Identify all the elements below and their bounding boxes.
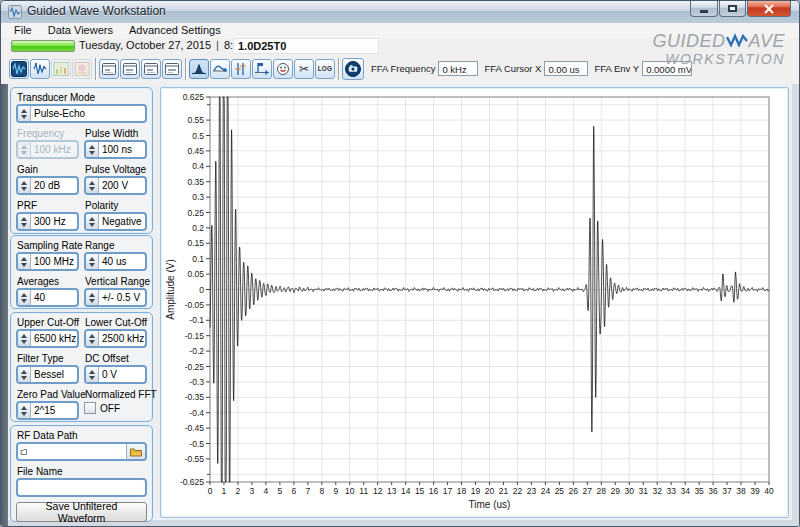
file-name-input[interactable] [16,478,147,497]
log-button[interactable]: LOG [315,59,335,79]
spinner[interactable] [86,290,99,305]
snapshot-button[interactable] [342,58,364,80]
spinner[interactable] [18,403,31,418]
menu-file[interactable]: File [6,23,40,38]
browse-folder-button[interactable] [126,444,145,459]
menu-advanced-settings[interactable]: Advanced Settings [121,23,229,38]
toolbar-separator [338,58,339,80]
frequency-control: 100 kHz [16,140,79,159]
dc-offset-control[interactable]: 0 V [84,365,147,384]
range-label: Range [85,240,147,251]
spinner[interactable] [18,106,31,121]
prf-label: PRF [17,200,79,211]
ffa-frequency-field[interactable]: 0 kHz [438,61,478,76]
application-window: Guided Wave Workstation File Data Viewer… [0,0,800,527]
svg-text:34: 34 [680,486,690,496]
spinner[interactable] [86,254,99,269]
logo-word2: WORKSTATION [652,51,785,67]
pulse-width-control[interactable]: 100 ns [84,140,147,159]
rf-waveform-viewer-button[interactable] [9,59,29,79]
date-time-separator: | [216,39,219,51]
normalized-fft-state: OFF [100,403,120,414]
transducer-mode-label: Transducer Mode [17,92,147,103]
spinner[interactable] [18,254,31,269]
pulse-voltage-control[interactable]: 200 V [84,176,147,195]
polarity-control[interactable]: Negative [84,212,147,231]
spinner[interactable] [86,214,99,229]
fft-window-button[interactable] [120,59,140,79]
svg-text:6: 6 [291,486,296,496]
svg-text:30: 30 [625,486,635,496]
minimize-button[interactable] [690,1,718,17]
spinner[interactable] [86,142,99,157]
range-control[interactable]: 40 us [84,252,147,271]
filtered-waveform-viewer-button[interactable] [30,59,50,79]
ffa-window-button[interactable] [141,59,161,79]
splitter [1,84,8,526]
logo-wave-icon [726,33,748,47]
image-viewer-button[interactable] [72,59,92,79]
svg-text:19: 19 [471,486,481,496]
svg-text:0.1: 0.1 [192,254,204,264]
prf-control[interactable]: 300 Hz [16,212,79,231]
spinner[interactable] [18,214,31,229]
fft-peak-icon [191,61,207,77]
rf-data-path-input[interactable] [18,444,126,459]
filter-type-control[interactable]: Bessel [16,365,79,384]
transducer-mode-control[interactable]: Pulse-Echo [16,104,147,123]
gate-button[interactable] [252,59,272,79]
date-text: Tuesday, October 27, 2015 [79,39,211,51]
sampling-rate-control[interactable]: 100 MHz [16,252,79,271]
spinner[interactable] [18,331,31,346]
averages-control[interactable]: 40 [16,288,79,307]
spinner[interactable] [86,367,99,382]
svg-text:-0.5: -0.5 [189,439,204,449]
rf-window-button[interactable] [99,59,119,79]
pulse-width-label: Pulse Width [85,128,147,139]
svg-text:0.4: 0.4 [192,161,204,171]
svg-text:24: 24 [541,486,551,496]
file-name-label: File Name [17,466,147,477]
svg-text:35: 35 [694,486,704,496]
envelope-button[interactable] [210,59,230,79]
gain-control[interactable]: 20 dB [16,176,79,195]
fft-peak-button[interactable] [189,59,209,79]
cursors-icon [233,61,249,77]
waveform-plot[interactable]: 0123456789101112131415161718192021222324… [160,87,789,518]
menu-data-viewers[interactable]: Data Viewers [40,23,121,38]
color-spectrogram-viewer-button[interactable] [51,59,71,79]
toolbar-separator [185,58,186,80]
filter-settings-group: Upper Cut-Off 6500 kHz Lower Cut-Off 250… [10,312,153,422]
save-unfiltered-waveform-button[interactable]: Save Unfiltered Waveform [16,502,147,522]
close-button[interactable] [747,1,791,17]
spinner[interactable] [86,331,99,346]
upper-cutoff-control[interactable]: 6500 kHz [16,329,79,348]
image-viewer-icon [74,61,90,77]
svg-text:8: 8 [319,486,324,496]
ffa-cursor-x-field[interactable]: 0.00 us [544,61,588,76]
vertical-range-control[interactable]: +/- 0.5 V [84,288,147,307]
svg-text:0.05: 0.05 [187,269,204,279]
svg-text:-0.625: -0.625 [180,477,204,487]
svg-text:Time (us): Time (us) [469,499,511,510]
svg-text:36: 36 [708,486,718,496]
svg-text:5: 5 [278,486,283,496]
titlebar[interactable]: Guided Wave Workstation [1,1,799,24]
dc-offset-label: DC Offset [85,353,147,364]
spinner[interactable] [86,178,99,193]
cut-button[interactable]: ✂ [294,59,314,79]
svg-text:-0.05: -0.05 [185,300,205,310]
normalized-fft-checkbox[interactable] [84,402,96,414]
cursors-button[interactable] [231,59,251,79]
spinner[interactable] [18,290,31,305]
color-spectrogram-viewer-icon [53,61,69,77]
device-id-display: 1.0D25T0 [233,38,379,54]
lower-cutoff-control[interactable]: 2500 kHz [84,329,147,348]
spinner[interactable] [18,367,31,382]
svg-text:21: 21 [499,486,509,496]
disc-window-button[interactable] [162,59,182,79]
maximize-button[interactable] [719,1,746,17]
zero-pad-control[interactable]: 2^15 [16,401,79,420]
gauge-button[interactable] [273,59,293,79]
spinner[interactable] [18,178,31,193]
